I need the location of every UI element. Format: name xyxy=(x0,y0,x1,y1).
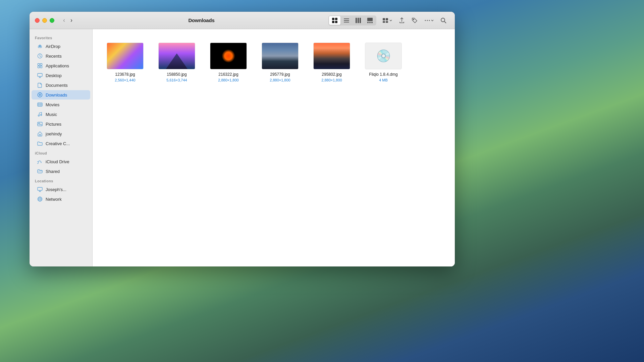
sidebar-item-pictures[interactable]: Pictures xyxy=(32,119,90,129)
svg-point-38 xyxy=(39,197,41,201)
window-body: Favorites AirDrop xyxy=(30,29,455,266)
close-button[interactable] xyxy=(35,18,40,23)
sidebar-item-joehindy[interactable]: joehindy xyxy=(32,129,90,138)
window-title: Downloads xyxy=(78,17,324,23)
svg-rect-26 xyxy=(40,64,42,66)
shared-icon xyxy=(37,168,43,174)
file-thumbnail xyxy=(313,43,350,69)
file-thumbnail xyxy=(262,43,299,69)
file-item[interactable]: 216322.jpg 2,880×1,800 xyxy=(207,40,250,85)
file-name: 123678.jpg xyxy=(115,72,135,77)
movies-icon xyxy=(37,102,43,108)
sidebar-item-applications[interactable]: Applications xyxy=(32,61,90,70)
sidebar-item-pictures-label: Pictures xyxy=(46,122,61,127)
tag-button[interactable] xyxy=(409,15,421,26)
file-item[interactable]: 295779.jpg 2,880×1,800 xyxy=(258,40,302,85)
sidebar-item-icloud-drive[interactable]: iCloud Drive xyxy=(32,157,90,166)
file-meta: 4 MB xyxy=(379,78,388,82)
sidebar-item-recents-label: Recents xyxy=(46,54,62,59)
file-info: Fliqlo 1.8.4.dmg 4 MB xyxy=(369,72,397,82)
sidebar-item-joehindy-label: joehindy xyxy=(46,131,62,136)
sidebar-item-documents[interactable]: Documents xyxy=(32,80,90,90)
file-info: 295779.jpg 2,880×1,800 xyxy=(270,72,290,82)
svg-rect-16 xyxy=(383,21,385,23)
sidebar-item-desktop-label: Desktop xyxy=(46,73,62,78)
back-button[interactable]: ‹ xyxy=(61,15,67,25)
minimize-button[interactable] xyxy=(42,18,47,23)
sidebar-item-documents-label: Documents xyxy=(46,83,68,88)
view-gallery-button[interactable] xyxy=(364,16,376,25)
sidebar-item-music[interactable]: Music xyxy=(32,110,90,119)
applications-icon xyxy=(37,63,43,69)
sidebar-item-downloads-label: Downloads xyxy=(46,93,67,98)
svg-rect-8 xyxy=(358,18,359,23)
sidebar-item-movies[interactable]: Movies xyxy=(32,100,90,109)
svg-rect-14 xyxy=(383,18,385,20)
view-column-button[interactable] xyxy=(353,16,364,25)
svg-rect-5 xyxy=(344,20,349,21)
dmg-icon xyxy=(365,43,401,69)
svg-line-23 xyxy=(444,21,446,23)
finder-window: ‹ › Downloads xyxy=(30,12,455,266)
file-meta: 2,880×1,800 xyxy=(270,78,290,82)
share-button[interactable] xyxy=(396,15,408,26)
search-button[interactable] xyxy=(437,15,449,26)
sidebar-item-creative[interactable]: Creative C... xyxy=(32,139,90,148)
file-info: 295802.jpg 2,880×1,800 xyxy=(321,72,342,82)
sidebar-item-network-label: Network xyxy=(46,197,62,202)
svg-rect-1 xyxy=(335,18,337,20)
view-grid-button[interactable] xyxy=(329,16,340,25)
svg-rect-7 xyxy=(356,18,357,23)
svg-rect-9 xyxy=(360,18,361,23)
file-thumbnail xyxy=(210,43,247,69)
file-item[interactable]: 295802.jpg 2,880×1,800 xyxy=(310,40,354,85)
file-thumbnail xyxy=(107,43,144,69)
svg-point-21 xyxy=(429,20,430,21)
sidebar-item-airdrop[interactable]: AirDrop xyxy=(32,42,90,51)
file-item[interactable]: 158850.jpg 5,616×3,744 xyxy=(155,40,199,85)
file-name: 158850.jpg xyxy=(167,72,186,77)
sidebar-item-downloads[interactable]: Downloads xyxy=(32,90,90,100)
file-meta: 2,880×1,800 xyxy=(218,78,238,82)
sidebar-item-music-label: Music xyxy=(46,112,57,117)
view-list-button[interactable] xyxy=(341,16,352,25)
svg-rect-31 xyxy=(38,103,42,106)
file-item[interactable]: 123678.jpg 2,560×1,440 xyxy=(103,40,147,85)
files-grid: 123678.jpg 2,560×1,440 158850.jpg 5,616×… xyxy=(101,37,447,87)
file-name: Fliqlo 1.8.4.dmg xyxy=(369,72,397,77)
svg-rect-3 xyxy=(335,21,337,23)
file-item[interactable]: Fliqlo 1.8.4.dmg 4 MB xyxy=(362,40,405,85)
more-options-button[interactable] xyxy=(421,15,437,26)
group-button[interactable] xyxy=(380,16,395,25)
music-icon xyxy=(37,111,43,117)
locations-header: Locations xyxy=(30,176,92,184)
sidebar-item-airdrop-label: AirDrop xyxy=(46,44,60,49)
sidebar-item-shared[interactable]: Shared xyxy=(32,167,90,176)
svg-point-33 xyxy=(41,114,42,116)
svg-rect-29 xyxy=(38,73,42,76)
svg-rect-36 xyxy=(38,187,42,190)
traffic-lights xyxy=(35,18,54,23)
svg-point-32 xyxy=(38,115,40,116)
desktop-icon xyxy=(37,72,43,78)
sidebar-item-josephs[interactable]: Joseph's... xyxy=(32,185,90,194)
file-info: 123678.jpg 2,560×1,440 xyxy=(115,72,135,82)
downloads-icon xyxy=(37,92,43,98)
svg-point-22 xyxy=(441,18,445,22)
forward-button[interactable]: › xyxy=(68,15,74,25)
pictures-icon xyxy=(37,121,43,127)
maximize-button[interactable] xyxy=(50,18,54,23)
navigation-buttons: ‹ › xyxy=(61,15,74,25)
file-meta: 2,880×1,800 xyxy=(321,78,342,82)
svg-rect-11 xyxy=(367,22,369,23)
icloud-icon xyxy=(37,159,43,165)
svg-rect-4 xyxy=(344,18,349,19)
sidebar-item-network[interactable]: Network xyxy=(32,194,90,204)
title-bar: ‹ › Downloads xyxy=(30,12,455,29)
svg-rect-27 xyxy=(38,66,40,68)
airdrop-icon xyxy=(37,43,43,49)
file-meta: 2,560×1,440 xyxy=(115,78,135,82)
svg-point-19 xyxy=(425,20,426,21)
sidebar-item-recents[interactable]: Recents xyxy=(32,51,90,61)
sidebar-item-desktop[interactable]: Desktop xyxy=(32,71,90,80)
